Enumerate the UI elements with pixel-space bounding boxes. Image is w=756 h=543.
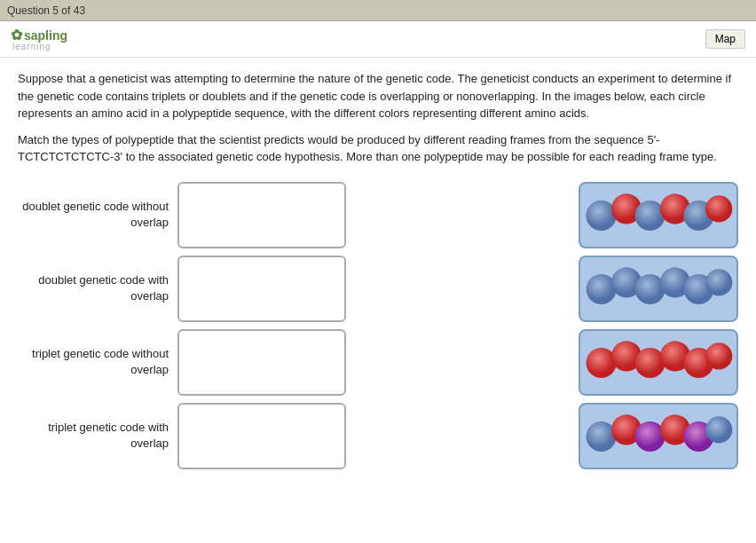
- drop-zone-1[interactable]: [177, 182, 346, 248]
- answer-card-3[interactable]: [579, 329, 738, 396]
- label-row1: doublet genetic code without overlap: [18, 199, 169, 231]
- match-row-1: doublet genetic code without overlap: [18, 182, 419, 248]
- label-row4: triplet genetic code with overlap: [18, 420, 169, 452]
- question-progress: Question 5 of 43: [7, 4, 85, 17]
- molecule-svg-3: [580, 331, 736, 394]
- svg-point-12: [705, 269, 732, 295]
- match-row-4: triplet genetic code with overlap: [18, 403, 419, 469]
- main-content: Suppose that a geneticist was attempting…: [0, 58, 756, 482]
- svg-point-18: [705, 342, 732, 369]
- answer-card-4[interactable]: [579, 403, 738, 469]
- answer-card-2[interactable]: [579, 256, 738, 322]
- drop-zone-2[interactable]: [177, 256, 346, 322]
- label-row2: doublet genetic code with overlap: [18, 272, 169, 304]
- map-button[interactable]: Map: [705, 29, 745, 49]
- molecule-svg-1: [580, 184, 736, 247]
- question-paragraph2: Match the types of polypeptide that the …: [18, 131, 738, 166]
- match-area: doublet genetic code without overlap dou…: [18, 182, 738, 469]
- logo: ✿ sapling learning: [11, 27, 67, 51]
- top-bar: Question 5 of 43: [0, 0, 756, 21]
- molecule-svg-2: [580, 257, 736, 320]
- molecule-svg-4: [580, 405, 736, 468]
- drop-zone-4[interactable]: [177, 403, 346, 469]
- drop-zone-3[interactable]: [177, 329, 346, 396]
- header: ✿ sapling learning Map: [0, 21, 756, 58]
- logo-sapling-text: sapling: [24, 28, 67, 43]
- right-side: [579, 182, 738, 469]
- svg-point-6: [705, 195, 732, 222]
- match-row-3: triplet genetic code without overlap: [18, 329, 419, 396]
- label-row3: triplet genetic code without overlap: [18, 346, 169, 378]
- match-row-2: doublet genetic code with overlap: [18, 256, 419, 322]
- left-side: doublet genetic code without overlap dou…: [18, 182, 419, 469]
- svg-point-24: [705, 416, 732, 443]
- intro-paragraph1: Suppose that a geneticist was attempting…: [18, 70, 738, 122]
- answer-card-1[interactable]: [579, 182, 738, 248]
- logo-learning-text: learning: [11, 42, 51, 51]
